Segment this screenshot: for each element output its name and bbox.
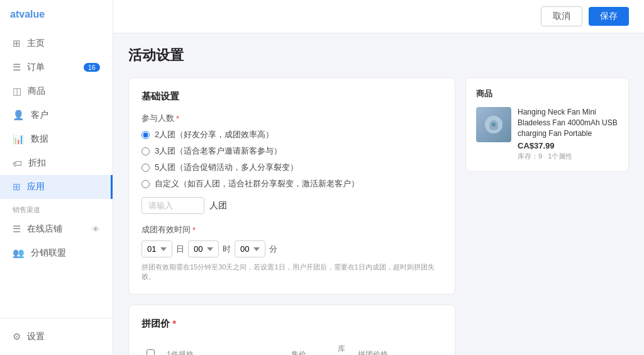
radio-2-input[interactable] [142, 131, 150, 139]
basic-settings-card: 基础设置 参与人数 * 2人团（好友分享，成团效率高） 3人团（适合老客户邀请新… [128, 77, 455, 295]
group-price-title: 拼团价 * [142, 318, 442, 330]
home-icon: ⊞ [13, 38, 21, 49]
radio-5-label: 5人团（适合促销活动，多人分享裂变） [155, 162, 298, 173]
sidebar-item-discount[interactable]: 🏷 折扣 [0, 151, 113, 175]
radio-3-label: 3人团（适合老客户邀请新客参与） [155, 145, 282, 157]
custom-input-row: 人团 [142, 197, 442, 214]
sidebar-item-label: 商品 [28, 86, 45, 97]
product-thumbnail [476, 107, 511, 142]
cancel-button[interactable]: 取消 [541, 6, 582, 26]
store-icon: ☰ [13, 223, 21, 235]
order-badge: 16 [84, 63, 100, 72]
side-col: 商品 Hanging Neck Fan Mini Bladeless Fan 4… [465, 77, 629, 172]
content-area: 活动设置 基础设置 参与人数 * 2人团（好友分享，成团效率高） [113, 33, 644, 355]
min-unit: 分 [269, 244, 277, 255]
hour-unit: 时 [223, 244, 231, 255]
customers-icon: 👤 [13, 110, 25, 121]
radio-3-people[interactable]: 3人团（适合老客户邀请新客参与） [142, 145, 442, 157]
validity-label: 成团有效时间 * [142, 224, 442, 235]
sidebar: atvalue ⊞ 主页 ☰ 订单 16 ◫ 商品 👤 客户 📊 数据 🏷 折扣… [0, 0, 113, 355]
sidebar-item-home[interactable]: ⊞ 主页 [0, 31, 113, 55]
col-checkbox [142, 340, 162, 355]
col-group-price: 拼团价格 [353, 340, 442, 355]
apps-icon: ⊞ [13, 181, 21, 193]
product-item: Hanging Neck Fan Mini Bladeless Fan 4000… [476, 107, 618, 161]
sidebar-item-label: 折扣 [28, 157, 46, 169]
radio-3-input[interactable] [142, 147, 150, 155]
col-stock: 库存 [333, 340, 353, 355]
price-table: 1件规格 售价 库存 拼团价格 Hanging Nec [142, 340, 442, 355]
radio-group: 2人团（好友分享，成团效率高） 3人团（适合老客户邀请新客参与） 5人团（适合促… [142, 129, 442, 189]
radio-5-people[interactable]: 5人团（适合促销活动，多人分享裂变） [142, 162, 442, 173]
participants-label: 参与人数 * [142, 113, 442, 124]
save-button[interactable]: 保存 [589, 7, 629, 26]
two-col-layout: 基础设置 参与人数 * 2人团（好友分享，成团效率高） 3人团（适合老客户邀请新… [128, 77, 629, 355]
min-select[interactable]: 00 15 30 45 [235, 240, 265, 257]
custom-number-input[interactable] [142, 197, 204, 214]
orders-icon: ☰ [13, 62, 21, 73]
sidebar-item-orders[interactable]: ☰ 订单 16 [0, 55, 113, 79]
sales-section-label: 销售渠道 [0, 199, 113, 217]
time-hint: 拼团有效期需在15分钟至30天之间，若设置1日，用户开团后，需要在1日内成团，超… [142, 262, 442, 281]
custom-unit: 人团 [209, 200, 227, 211]
sidebar-item-customers[interactable]: 👤 客户 [0, 103, 113, 127]
price-table-head: 1件规格 售价 库存 拼团价格 [142, 340, 442, 355]
svg-point-1 [492, 123, 496, 127]
product-price: CA$37.99 [518, 141, 618, 150]
topbar: 取消 保存 [113, 0, 644, 33]
product-info-card: 商品 Hanging Neck Fan Mini Bladeless Fan 4… [465, 77, 629, 172]
radio-custom-label: 自定义（如百人团，适合社群分享裂变，激活新老客户） [155, 178, 359, 189]
hour-select[interactable]: 00 01 06 12 [188, 240, 219, 257]
radio-5-input[interactable] [142, 164, 150, 172]
sidebar-item-label: 订单 [27, 62, 45, 73]
sidebar-item-label: 客户 [31, 110, 48, 121]
day-unit: 日 [176, 244, 184, 255]
radio-2-people[interactable]: 2人团（好友分享，成团效率高） [142, 129, 442, 140]
radio-custom-input[interactable] [142, 180, 150, 188]
discount-icon: 🏷 [13, 158, 22, 169]
product-card-title: 商品 [476, 88, 618, 99]
sidebar-item-label: 主页 [27, 38, 45, 49]
sidebar-item-label: 数据 [31, 133, 48, 145]
sidebar-item-products[interactable]: ◫ 商品 [0, 79, 113, 103]
product-name: Hanging Neck Fan Mini Bladeless Fan 4000… [518, 107, 618, 138]
sidebar-item-online-store[interactable]: ☰ 在线店铺 👁 [0, 217, 113, 241]
sidebar-nav: ⊞ 主页 ☰ 订单 16 ◫ 商品 👤 客户 📊 数据 🏷 折扣 ⊞ 应用 销售… [0, 29, 113, 318]
main-col: 基础设置 参与人数 * 2人团（好友分享，成团效率高） 3人团（适合老客户邀请新… [128, 77, 455, 355]
page-title: 活动设置 [128, 46, 629, 65]
sidebar-item-label: 设置 [27, 331, 45, 342]
day-select[interactable]: 01 02 05 07 10 15 30 [142, 240, 172, 257]
products-icon: ◫ [13, 86, 21, 97]
radio-custom[interactable]: 自定义（如百人团，适合社群分享裂变，激活新老客户） [142, 178, 442, 189]
basic-settings-title: 基础设置 [142, 91, 442, 103]
settings-icon: ⚙ [13, 331, 21, 342]
col-variant: 1件规格 [162, 340, 286, 355]
sidebar-item-label: 在线店铺 [27, 223, 62, 235]
logo: atvalue [0, 0, 113, 29]
product-meta: 库存：9 1个属性 [518, 152, 618, 161]
product-image [482, 113, 505, 136]
time-row: 01 02 05 07 10 15 30 日 00 01 06 [142, 240, 442, 257]
sidebar-item-apps[interactable]: ⊞ 应用 [0, 175, 113, 199]
main-container: 取消 保存 活动设置 基础设置 参与人数 * 2人团（好友分享，成团效率高） [113, 0, 644, 355]
group-price-card: 拼团价 * 1件规格 售价 库存 拼团价格 [128, 305, 455, 355]
sidebar-item-affiliate[interactable]: 👥 分销联盟 [0, 241, 113, 265]
product-info: Hanging Neck Fan Mini Bladeless Fan 4000… [518, 107, 618, 161]
sidebar-item-data[interactable]: 📊 数据 [0, 127, 113, 151]
sidebar-item-settings[interactable]: ⚙ 设置 [0, 325, 113, 349]
validity-required: * [192, 225, 196, 235]
group-price-required: * [172, 318, 176, 329]
radio-2-label: 2人团（好友分享，成团效率高） [155, 129, 274, 140]
data-icon: 📊 [13, 133, 25, 145]
select-all-checkbox[interactable] [147, 349, 155, 355]
affiliate-icon: 👥 [13, 247, 25, 259]
sidebar-item-label: 应用 [27, 181, 45, 193]
required-mark: * [176, 114, 179, 123]
sidebar-item-label: 分销联盟 [31, 247, 66, 259]
sidebar-bottom: ⚙ 设置 [0, 318, 113, 355]
col-price: 售价 [286, 340, 333, 355]
eye-icon: 👁 [92, 225, 100, 234]
